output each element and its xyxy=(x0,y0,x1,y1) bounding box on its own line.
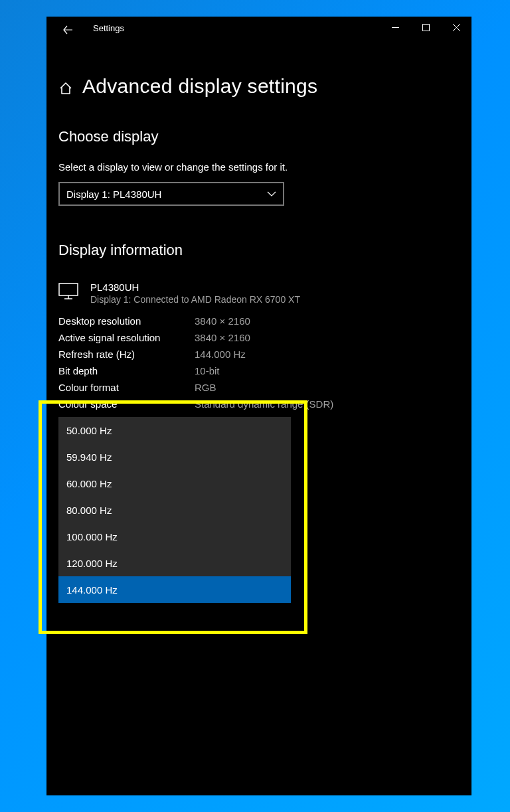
monitor-connection: Display 1: Connected to AMD Radeon RX 67… xyxy=(90,294,300,305)
window-controls xyxy=(380,17,471,38)
info-label: Active signal resolution xyxy=(58,332,195,343)
close-button[interactable] xyxy=(441,17,471,38)
info-label: Colour format xyxy=(58,382,195,393)
refresh-rate-dropdown-popup: 50.000 Hz 59.940 Hz 60.000 Hz 80.000 Hz … xyxy=(58,417,291,603)
info-row: Colour space Standard dynamic range (SDR… xyxy=(58,398,460,410)
info-row: Refresh rate (Hz) 144.000 Hz xyxy=(58,349,460,360)
display-info-table: Desktop resolution 3840 × 2160 Active si… xyxy=(58,315,460,410)
refresh-rate-option[interactable]: 100.000 Hz xyxy=(58,523,291,550)
maximize-icon xyxy=(422,24,430,31)
refresh-rate-option[interactable]: 80.000 Hz xyxy=(58,497,291,523)
home-icon[interactable] xyxy=(58,81,73,96)
info-value: 3840 × 2160 xyxy=(195,315,250,327)
refresh-rate-option[interactable]: 60.000 Hz xyxy=(58,470,291,497)
monitor-icon xyxy=(58,283,78,300)
monitor-block: PL4380UH Display 1: Connected to AMD Rad… xyxy=(58,282,460,305)
page-title: Advanced display settings xyxy=(82,75,317,98)
info-value: RGB xyxy=(195,382,216,393)
minimize-button[interactable] xyxy=(380,17,410,38)
info-label: Refresh rate (Hz) xyxy=(58,349,195,360)
back-button[interactable] xyxy=(60,22,76,38)
page-header: Advanced display settings xyxy=(58,75,460,98)
info-row: Active signal resolution 3840 × 2160 xyxy=(58,332,460,343)
back-arrow-icon xyxy=(62,24,74,36)
info-label: Desktop resolution xyxy=(58,315,195,327)
info-label: Colour space xyxy=(58,398,195,410)
svg-rect-1 xyxy=(422,24,429,31)
svg-rect-4 xyxy=(59,284,78,295)
info-value: 3840 × 2160 xyxy=(195,332,250,343)
titlebar: Settings xyxy=(46,17,471,43)
display-select-dropdown[interactable]: Display 1: PL4380UH xyxy=(58,182,284,206)
window-title: Settings xyxy=(93,23,124,33)
info-label: Bit depth xyxy=(58,365,195,376)
choose-display-heading: Choose display xyxy=(58,128,460,145)
refresh-rate-option[interactable]: 50.000 Hz xyxy=(58,417,291,444)
chevron-down-icon xyxy=(267,191,276,197)
info-value: Standard dynamic range (SDR) xyxy=(195,398,333,410)
refresh-rate-option-selected[interactable]: 144.000 Hz xyxy=(58,576,291,603)
monitor-name: PL4380UH xyxy=(90,282,300,293)
display-info-heading: Display information xyxy=(58,242,460,259)
refresh-rate-option[interactable]: 120.000 Hz xyxy=(58,550,291,576)
maximize-button[interactable] xyxy=(410,17,441,38)
info-row: Desktop resolution 3840 × 2160 xyxy=(58,315,460,327)
info-value: 144.000 Hz xyxy=(195,349,246,360)
info-row: Bit depth 10-bit xyxy=(58,365,460,376)
info-row: Colour format RGB xyxy=(58,382,460,393)
choose-display-subtext: Select a display to view or change the s… xyxy=(58,161,460,173)
info-value: 10-bit xyxy=(195,365,220,376)
minimize-icon xyxy=(392,24,399,31)
settings-window: Settings xyxy=(46,17,471,795)
close-icon xyxy=(453,24,460,31)
display-select-value: Display 1: PL4380UH xyxy=(66,189,161,200)
refresh-rate-option[interactable]: 59.940 Hz xyxy=(58,444,291,470)
